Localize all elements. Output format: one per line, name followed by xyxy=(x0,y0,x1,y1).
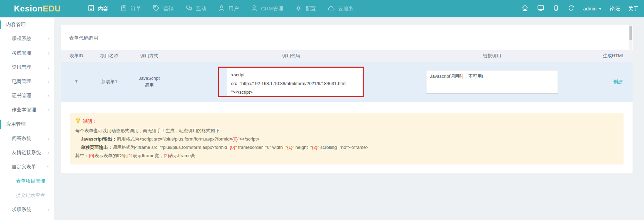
note-line-legend: 其中：{0}表示表单的ID号,{1}表示Iframe宽，{2}表示Iframe高 xyxy=(75,152,617,160)
nav-item-label: CRM管理 xyxy=(261,6,283,12)
nav-item-label: 用户 xyxy=(228,6,239,12)
username: admin xyxy=(583,6,596,11)
cell-call-method: JavaScript 调用 xyxy=(127,75,172,89)
divider xyxy=(61,49,633,49)
sidebar-item-course-system[interactable]: 课程系统 › xyxy=(0,32,54,46)
page-title: 表单代码调用 xyxy=(61,25,633,49)
sidebar-item-label: 友情链接系统 xyxy=(0,150,41,156)
sidebar-item-form-project-mgmt[interactable]: 表单项目管理 xyxy=(0,174,54,188)
nav-item-label: 营销 xyxy=(163,6,173,12)
sidebar-item-label: 问答系统 xyxy=(0,135,31,142)
form-code-card: 表单代码调用 表单ID 项目名称 调用方式 调用代码 链接调用 生成HTML 7… xyxy=(61,25,633,173)
gear-icon xyxy=(295,5,302,13)
bulb-icon xyxy=(75,117,81,126)
sidebar-section-app-mgmt[interactable]: 应用管理 xyxy=(0,117,54,131)
note-page-mid2: " height=" xyxy=(293,145,312,150)
red-highlight-box: <script src="http://192.168.1.10:88/html… xyxy=(218,67,364,97)
note-page-label: 单独页面输出： xyxy=(81,145,112,150)
nav-item-config[interactable]: 配置 xyxy=(289,0,322,17)
sidebar-item-friend-links[interactable]: 友情链接系统 › xyxy=(0,145,54,160)
sidebar-item-qa-system[interactable]: 问答系统 › xyxy=(0,131,54,145)
nav-item-label: 配置 xyxy=(305,6,316,12)
app-logo[interactable]: KesionEDU xyxy=(14,4,61,14)
placeholder-0: {0} xyxy=(89,153,94,158)
placeholder-1: {1} xyxy=(127,153,133,158)
chevron-down-icon: › xyxy=(46,166,51,168)
cell-call-code: <script src="http://192.168.1.10:88/html… xyxy=(172,67,410,97)
user-menu[interactable]: admin xyxy=(583,6,602,11)
sidebar-item-news-mgmt[interactable]: 资讯管理 › xyxy=(0,60,54,74)
refresh-icon[interactable] xyxy=(567,4,575,13)
logo-accent: EDU xyxy=(43,4,61,13)
note-line-javascript-output: Javascript输出：调用格式为<script src="/plus/plu… xyxy=(75,135,617,143)
sidebar-section-label: 应用管理 xyxy=(0,121,26,127)
nav-item-crm[interactable]: CRM管理 xyxy=(245,0,289,17)
sidebar-item-label: 作业本管理 xyxy=(0,107,36,113)
sidebar-item-label: 求职系统 xyxy=(0,206,31,213)
nav-item-users[interactable]: 用户 xyxy=(212,0,245,17)
col-header-project-name: 项目名称 xyxy=(92,53,127,59)
main-content: 表单代码调用 表单ID 项目名称 调用方式 调用代码 链接调用 生成HTML 7… xyxy=(54,17,644,220)
sidebar-item-custom-forms[interactable]: 自定义表单 › xyxy=(0,160,54,174)
cell-project-name: 新表单1 xyxy=(92,79,127,85)
sidebar-item-label: 电商管理 xyxy=(0,78,31,85)
about-link[interactable]: 关于 xyxy=(628,6,638,12)
note-page-mid1: " frameborder="0" width=" xyxy=(235,145,287,150)
nav-item-cloud[interactable]: 云服务 xyxy=(322,0,359,17)
note-js-pre: 调用格式为<script src="/plus/plus.form/form.a… xyxy=(117,136,232,142)
nav-item-marketing[interactable]: 营销 xyxy=(147,0,179,17)
link-call-textarea[interactable]: Javascript调用时，不可用! xyxy=(426,70,558,94)
sidebar-item-submission-records[interactable]: 提交记录查看 xyxy=(0,188,54,202)
scrollbar-thumb[interactable] xyxy=(629,26,632,40)
chevron-right-icon: › xyxy=(48,79,50,84)
nav-item-label: 互动 xyxy=(196,6,206,12)
cell-generate-html: 创建 xyxy=(574,79,633,85)
top-navbar: KesionEDU 内容 订单 营销 互动 用户 CRM管理 配置 xyxy=(0,0,644,17)
form-code-table: 表单ID 项目名称 调用方式 调用代码 链接调用 生成HTML 7 新表单1 J… xyxy=(61,50,633,102)
forum-link[interactable]: 论坛 xyxy=(610,6,620,12)
navbar-right-cluster: admin 论坛 关于 xyxy=(521,0,638,17)
note-js-label: Javascript输出： xyxy=(81,136,117,142)
desktop-icon[interactable] xyxy=(537,4,545,13)
table-row: 7 新表单1 JavaScript 调用 <script src="http:/… xyxy=(61,62,633,102)
chevron-right-icon: › xyxy=(48,107,50,112)
placeholder-0: {0} xyxy=(232,136,238,142)
tag-icon xyxy=(153,5,160,13)
sidebar-item-label: 资讯管理 xyxy=(0,64,31,70)
sidebar-item-label: 自定义表单 xyxy=(0,164,36,170)
nav-item-content[interactable]: 内容 xyxy=(82,0,114,17)
nav-item-orders[interactable]: 订单 xyxy=(114,0,147,17)
note-legend-seg1: 表示Iframe宽， xyxy=(133,153,163,158)
note-legend-seg0: 表示表单的ID号, xyxy=(94,153,127,158)
nav-item-label: 云服务 xyxy=(338,6,354,12)
sidebar-item-exam-mgmt[interactable]: 考试管理 › xyxy=(0,46,54,60)
sidebar-item-label: 考试管理 xyxy=(0,50,31,56)
create-link[interactable]: 创建 xyxy=(613,79,623,84)
sidebar-section-content-mgmt[interactable]: 内容管理 xyxy=(0,17,54,32)
home-icon[interactable] xyxy=(521,4,529,13)
explanation-box: 说明： 每个表单也可以用动态形式调用，而无须手工生成，动态调用的格式如下： Ja… xyxy=(70,113,624,164)
sidebar-item-job-system[interactable]: 求职系统 › xyxy=(0,202,54,217)
chevron-right-icon: › xyxy=(48,65,50,70)
cell-form-id: 7 xyxy=(61,79,92,84)
note-line-intro: 每个表单也可以用动态形式调用，而无须手工生成，动态调用的格式如下： xyxy=(75,127,617,135)
content-icon xyxy=(87,5,95,13)
nav-item-label: 内容 xyxy=(98,6,108,12)
mobile-icon[interactable] xyxy=(553,4,559,13)
chevron-right-icon: › xyxy=(48,50,50,56)
active-section-bar xyxy=(0,120,1,129)
note-page-post: " scrolling="no"></frame> xyxy=(317,145,368,150)
placeholder-0: {0} xyxy=(230,145,235,150)
chevron-right-icon: › xyxy=(48,207,50,212)
sidebar-item-homework-mgmt[interactable]: 作业本管理 › xyxy=(0,103,54,117)
col-header-generate-html: 生成HTML xyxy=(574,53,633,59)
col-header-form-id: 表单ID xyxy=(61,53,92,59)
active-section-bar xyxy=(0,20,1,29)
nav-item-interaction[interactable]: 互动 xyxy=(179,0,212,17)
chat-icon xyxy=(185,5,193,13)
note-js-post: "></script> xyxy=(238,136,259,142)
sidebar-item-ecommerce-mgmt[interactable]: 电商管理 › xyxy=(0,74,54,88)
code-scrollbar[interactable] xyxy=(629,25,632,53)
sidebar-item-certificate-mgmt[interactable]: 证书管理 › xyxy=(0,88,54,103)
call-code-textarea[interactable]: <script src="http://192.168.1.10:88/html… xyxy=(227,68,363,96)
